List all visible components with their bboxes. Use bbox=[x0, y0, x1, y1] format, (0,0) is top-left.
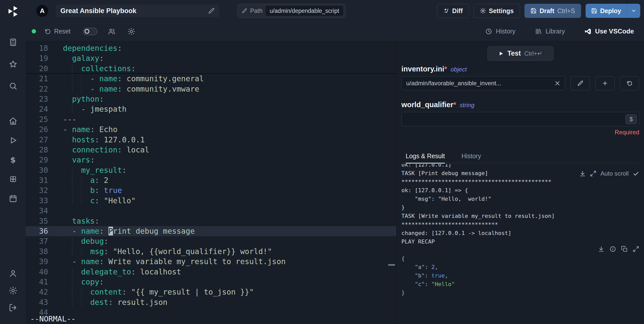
history-button[interactable]: History bbox=[485, 28, 515, 35]
code-line[interactable]: 43 dest: result.json bbox=[26, 297, 396, 307]
copy-icon[interactable] bbox=[621, 246, 628, 252]
script-title-box[interactable]: Great Ansible Playbook bbox=[56, 5, 219, 17]
refresh-resource-button[interactable] bbox=[620, 76, 639, 90]
windmill-logo-icon[interactable] bbox=[7, 6, 19, 17]
settings-gear-icon[interactable] bbox=[9, 286, 17, 295]
variable-picker-button[interactable]: $ bbox=[625, 114, 637, 124]
code-line[interactable]: 42 content: "{{ my_result | to_json }}" bbox=[26, 287, 396, 297]
code-line[interactable]: 20 collections: bbox=[26, 64, 396, 74]
code-line[interactable]: 32 b: true bbox=[26, 185, 396, 195]
logout-icon[interactable] bbox=[9, 303, 17, 312]
library-button[interactable]: Library bbox=[535, 28, 565, 35]
code-line[interactable]: 44 bbox=[26, 307, 396, 315]
info-icon[interactable] bbox=[610, 246, 616, 252]
code-line[interactable]: 38 msg: "Hello, {{world_qualifier}} worl… bbox=[26, 247, 396, 257]
users-icon[interactable] bbox=[108, 28, 116, 35]
avatar[interactable]: A bbox=[36, 5, 48, 17]
code-text: b: true bbox=[48, 185, 122, 195]
code-line[interactable]: 37 debug: bbox=[26, 236, 396, 246]
search-icon[interactable] bbox=[9, 82, 17, 90]
download-logs-icon[interactable] bbox=[579, 170, 586, 177]
user-icon[interactable] bbox=[9, 269, 17, 278]
variables-dollar-icon[interactable]: $ bbox=[9, 155, 17, 164]
settings-button[interactable]: Settings bbox=[474, 4, 520, 18]
code-line[interactable]: 41 copy: bbox=[26, 277, 396, 287]
line-number: 19 bbox=[26, 53, 48, 63]
inventory-resource-input[interactable]: u/admin/favorable_ansible_invent... bbox=[401, 76, 565, 90]
code-line[interactable]: 36 - name: Print debug message bbox=[26, 226, 396, 236]
library-icon bbox=[535, 28, 542, 35]
code-text: - name: community.general bbox=[48, 74, 204, 84]
code-line[interactable]: 23 python: bbox=[26, 94, 396, 104]
code-text: python: bbox=[48, 94, 104, 104]
edit-title-icon[interactable] bbox=[208, 8, 215, 14]
deploy-dropdown-button[interactable] bbox=[627, 4, 640, 18]
draft-button[interactable]: Draft Ctrl+S bbox=[524, 4, 581, 18]
code-line[interactable]: 33 c: "Hello" bbox=[26, 196, 396, 206]
code-line[interactable]: 40 delegate_to: localhost bbox=[26, 267, 396, 277]
pencil-icon bbox=[577, 80, 583, 86]
star-icon[interactable] bbox=[9, 60, 17, 68]
log-line: PLAY RECAP bbox=[401, 237, 639, 244]
home-icon[interactable] bbox=[9, 117, 17, 125]
line-number: 18 bbox=[26, 43, 48, 53]
calculator-icon[interactable] bbox=[9, 38, 17, 47]
result-line: } bbox=[401, 289, 639, 297]
code-line[interactable]: 25--- bbox=[26, 114, 396, 125]
tab-logs-result[interactable]: Logs & Result bbox=[406, 152, 445, 164]
line-number: 20 bbox=[26, 64, 48, 73]
schedules-calendar-icon[interactable] bbox=[9, 194, 17, 203]
diff-icon bbox=[443, 8, 449, 14]
world-qualifier-input[interactable]: $ bbox=[401, 112, 639, 126]
code-line[interactable]: 28 connection: local bbox=[26, 145, 396, 155]
path-widget[interactable]: Path u/admin/dependable_script bbox=[237, 4, 346, 18]
runs-play-icon[interactable] bbox=[9, 136, 17, 145]
expand-logs-icon[interactable] bbox=[590, 170, 596, 177]
line-number: 39 bbox=[26, 257, 48, 267]
use-vscode-button[interactable]: Use VSCode bbox=[584, 27, 634, 35]
resources-icon[interactable] bbox=[9, 175, 17, 183]
code-line[interactable]: 31 a: 2 bbox=[26, 175, 396, 185]
line-number: 33 bbox=[26, 196, 48, 206]
code-line[interactable]: 19 galaxy: bbox=[26, 53, 396, 63]
line-number: 40 bbox=[26, 267, 48, 277]
deploy-button[interactable]: Deploy bbox=[586, 4, 627, 18]
code-editor[interactable]: 18dependencies:19 galaxy:20 collections:… bbox=[26, 41, 396, 324]
line-number: 42 bbox=[26, 287, 48, 297]
log-line: ok: [127.0.0.1] bbox=[401, 164, 639, 169]
code-line[interactable]: 34 bbox=[26, 206, 396, 216]
download-result-icon[interactable] bbox=[598, 246, 604, 252]
code-line[interactable]: 39 - name: Write variable my_result to r… bbox=[26, 257, 396, 267]
add-resource-button[interactable] bbox=[595, 76, 615, 90]
clear-resource-icon[interactable] bbox=[554, 80, 560, 86]
expand-result-icon[interactable] bbox=[633, 246, 639, 252]
log-line: TASK [Write variable my_result to result… bbox=[401, 212, 639, 220]
code-line[interactable]: 21 - name: community.general bbox=[26, 74, 396, 84]
reset-button[interactable]: Reset bbox=[45, 28, 70, 35]
code-line[interactable]: 30 my_result: bbox=[26, 165, 396, 175]
diff-button[interactable]: Diff bbox=[437, 4, 469, 18]
code-line[interactable]: 29 vars: bbox=[26, 155, 396, 165]
edit-resource-button[interactable] bbox=[571, 76, 590, 90]
gear-icon[interactable] bbox=[128, 28, 135, 35]
save-icon bbox=[531, 8, 537, 14]
plus-icon bbox=[602, 80, 608, 86]
code-line[interactable]: 18dependencies: bbox=[26, 43, 396, 53]
test-button[interactable]: Test Ctrl+↵ bbox=[487, 46, 553, 61]
code-line[interactable]: 24 - jmespath bbox=[26, 104, 396, 114]
log-line: ***************************** bbox=[401, 220, 639, 229]
code-text: dest: result.json bbox=[48, 297, 167, 307]
tab-history[interactable]: History bbox=[462, 152, 481, 163]
auto-scroll-checkbox[interactable] bbox=[633, 170, 639, 177]
code-line[interactable]: 26- name: Echo bbox=[26, 125, 396, 135]
code-line[interactable]: 27 hosts: 127.0.0.1 bbox=[26, 135, 396, 145]
code-line[interactable]: 35 tasks: bbox=[26, 216, 396, 226]
required-asterisk: * bbox=[453, 101, 456, 109]
code-line[interactable]: 22 - name: community.vmware bbox=[26, 84, 396, 94]
toggle-switch[interactable] bbox=[83, 28, 97, 35]
line-number: 31 bbox=[26, 175, 48, 185]
clock-icon bbox=[485, 28, 492, 35]
code-text: galaxy: bbox=[48, 53, 104, 63]
line-number: 37 bbox=[26, 236, 48, 246]
result-line: "c": "Hello" bbox=[401, 280, 639, 289]
